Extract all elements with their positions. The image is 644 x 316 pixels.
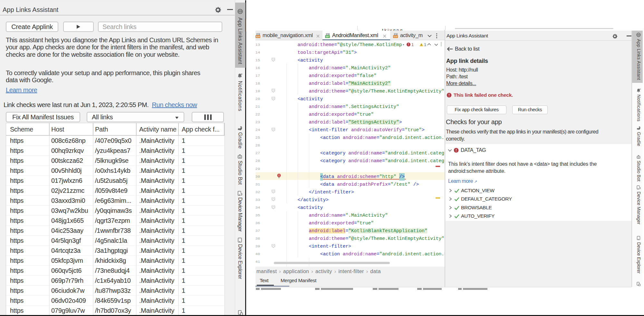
svg-text:MF: MF xyxy=(326,35,329,38)
svg-text:1: 1 xyxy=(424,42,426,47)
svg-text:1: 1 xyxy=(411,42,414,47)
